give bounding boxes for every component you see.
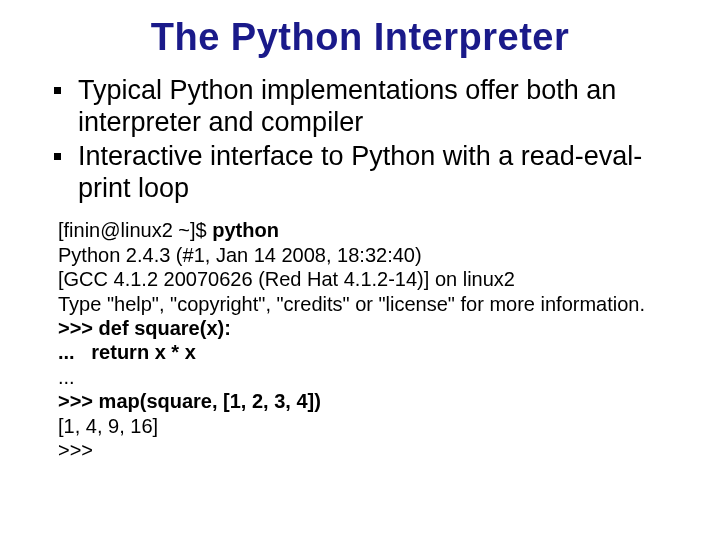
shell-command: python	[212, 219, 279, 241]
bullet-item: Interactive interface to Python with a r…	[54, 141, 678, 205]
shell-prompt: [finin@linux2 ~]$	[58, 219, 212, 241]
code-line: >>> map(square, [1, 2, 3, 4])	[58, 389, 680, 413]
code-line: Type "help", "copyright", "credits" or "…	[58, 292, 680, 316]
code-line: [finin@linux2 ~]$ python	[58, 218, 680, 242]
slide: The Python Interpreter Typical Python im…	[0, 0, 720, 540]
bullet-item: Typical Python implementations offer bot…	[54, 75, 678, 139]
code-line: >>>	[58, 438, 680, 462]
code-block: [finin@linux2 ~]$ python Python 2.4.3 (#…	[36, 218, 684, 462]
code-line: >>> def square(x):	[58, 316, 680, 340]
page-title: The Python Interpreter	[36, 16, 684, 59]
code-line: [1, 4, 9, 16]	[58, 414, 680, 438]
code-line: Python 2.4.3 (#1, Jan 14 2008, 18:32:40)	[58, 243, 680, 267]
code-line: ... return x * x	[58, 340, 680, 364]
code-line: [GCC 4.1.2 20070626 (Red Hat 4.1.2-14)] …	[58, 267, 680, 291]
bullet-list: Typical Python implementations offer bot…	[36, 75, 684, 204]
code-line: ...	[58, 365, 680, 389]
